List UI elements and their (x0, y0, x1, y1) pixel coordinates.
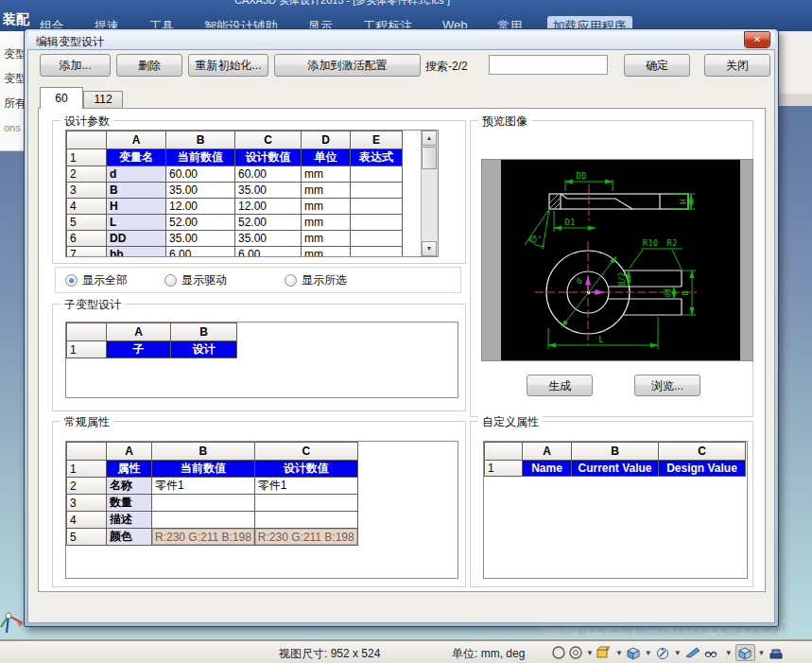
scroll-down-button[interactable]: ▼ (422, 241, 437, 256)
cell[interactable] (351, 231, 403, 247)
tree-item-variant-1[interactable]: 变型设计 (4, 46, 25, 62)
cell[interactable]: 描述 (107, 512, 152, 529)
cell[interactable]: 35.00 (166, 183, 235, 199)
cell[interactable]: 变量名 (107, 149, 166, 166)
scroll-up-button[interactable]: ▲ (422, 131, 437, 146)
cell[interactable]: 35.00 (166, 231, 235, 247)
cube-icon[interactable] (626, 645, 642, 660)
add-to-active-config-button[interactable]: 添加到激活配置 (274, 54, 421, 77)
cell[interactable]: 属性 (107, 461, 152, 478)
cell[interactable] (351, 247, 403, 258)
cell[interactable]: 名称 (107, 478, 152, 495)
col-header[interactable]: B (572, 443, 659, 461)
cell[interactable] (152, 512, 255, 529)
cell[interactable]: 6.00 (235, 247, 302, 258)
caret-down-icon[interactable]: ▼ (586, 649, 594, 657)
cell[interactable]: 35.00 (235, 183, 302, 199)
col-header[interactable]: A (107, 131, 166, 149)
add-button[interactable]: 添加... (40, 54, 111, 77)
perspective-icon[interactable] (703, 645, 722, 660)
cell[interactable]: 零件1 (254, 478, 357, 495)
row-header[interactable]: 2 (67, 166, 107, 183)
cell[interactable]: 60.00 (166, 166, 235, 183)
caret-down-icon[interactable]: ▼ (725, 649, 733, 657)
orbit-icon[interactable] (551, 645, 566, 660)
cell[interactable]: DD (107, 231, 166, 247)
cell[interactable] (351, 215, 403, 231)
radio-show-driving[interactable]: 显示驱动 (164, 272, 227, 288)
cell[interactable]: mm (302, 183, 351, 199)
close-button[interactable]: ✕ (744, 31, 770, 48)
col-header[interactable]: D (302, 131, 351, 149)
cell[interactable]: 子 (107, 341, 171, 358)
cell[interactable]: Design Value (659, 461, 746, 477)
corner-cell[interactable] (485, 443, 523, 461)
generate-button[interactable]: 生成 (527, 375, 593, 396)
caret-down-icon[interactable]: ▼ (615, 649, 623, 657)
render-mode-button[interactable] (735, 644, 755, 661)
tab-112[interactable]: 112 (83, 91, 123, 109)
corner-cell[interactable] (67, 323, 107, 341)
row-header[interactable]: 1 (485, 461, 523, 477)
cell[interactable]: 52.00 (166, 215, 235, 231)
col-header[interactable]: A (107, 443, 152, 461)
col-header[interactable]: C (659, 443, 746, 461)
ok-button[interactable]: 确定 (624, 54, 690, 77)
col-header[interactable]: B (171, 323, 237, 341)
vertical-scrollbar[interactable]: ▲ ▼ (421, 131, 438, 256)
cell[interactable]: bb (107, 247, 166, 258)
printer-icon[interactable] (769, 645, 784, 660)
cell[interactable]: mm (302, 247, 351, 258)
cell[interactable]: 35.00 (235, 231, 302, 247)
row-header[interactable]: 3 (67, 183, 107, 199)
tree-item-variant-2[interactable]: 变型设计 (4, 71, 25, 87)
row-header[interactable]: 1 (67, 461, 107, 478)
browse-button[interactable]: 浏览... (634, 375, 700, 396)
radio-show-selected[interactable]: 显示所选 (285, 272, 347, 288)
cell[interactable] (152, 495, 255, 512)
cell[interactable]: 52.00 (235, 215, 302, 231)
row-header[interactable]: 2 (67, 478, 107, 495)
caret-down-icon[interactable]: ▼ (758, 649, 766, 657)
row-header[interactable]: 1 (67, 341, 107, 358)
cell[interactable]: L (107, 215, 166, 231)
cell[interactable]: 设计 (171, 341, 237, 358)
tree-item-all-variants[interactable]: 所有变型 (4, 96, 25, 112)
cell[interactable]: 6.00 (166, 247, 235, 258)
row-header[interactable]: 6 (67, 231, 107, 247)
cell[interactable]: d (107, 166, 166, 183)
delete-button[interactable]: 删除 (116, 54, 182, 77)
cell[interactable]: 60.00 (235, 166, 302, 183)
row-header[interactable]: 4 (67, 512, 107, 529)
scroll-thumb[interactable] (422, 147, 437, 169)
cell[interactable]: 颜色 (107, 529, 152, 546)
cell[interactable]: 12.00 (235, 199, 302, 215)
row-header[interactable]: 4 (67, 199, 107, 215)
cell[interactable] (351, 183, 403, 199)
close-dialog-button[interactable]: 关闭 (704, 54, 770, 77)
cell[interactable]: 数量 (107, 495, 152, 512)
compass-icon[interactable] (655, 645, 671, 660)
cell[interactable]: B (107, 183, 166, 199)
cell[interactable]: 设计数值 (254, 461, 357, 478)
tab-60[interactable]: 60 (40, 87, 83, 109)
radio-show-all[interactable]: 显示全部 (65, 272, 128, 288)
cell[interactable]: Current Value (572, 461, 659, 477)
target-icon[interactable] (568, 645, 583, 660)
caret-down-icon[interactable]: ▼ (645, 649, 652, 657)
col-header[interactable]: C (254, 443, 357, 461)
col-header[interactable]: C (235, 131, 302, 149)
cell[interactable]: H (107, 199, 166, 215)
cell[interactable] (351, 166, 403, 183)
scene-icon[interactable]: * (596, 645, 613, 660)
cell[interactable]: 设计数值 (235, 149, 302, 166)
row-header[interactable]: 5 (67, 215, 107, 231)
cell[interactable] (351, 199, 403, 215)
preview-canvas[interactable]: DD D1 45° H R10 R2 B/2 dd B d (501, 160, 740, 360)
color-value-cell[interactable]: R:230 G:211 B:198 (254, 529, 357, 546)
col-header[interactable]: A (523, 443, 572, 461)
wedge-icon[interactable] (684, 645, 701, 660)
col-header[interactable]: A (107, 323, 171, 341)
corner-cell[interactable] (67, 443, 107, 461)
cell[interactable]: mm (302, 199, 351, 215)
